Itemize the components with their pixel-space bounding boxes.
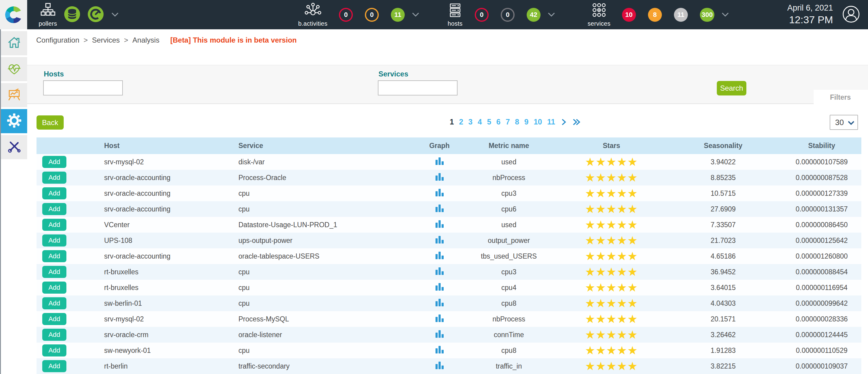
business-activities-status[interactable]: b.activities [298,2,328,27]
status-badge-fill-orange[interactable]: 8 [648,8,662,22]
poller-latency-gauge-icon[interactable] [87,6,104,24]
filter-panel: Hosts Services Search [27,65,868,104]
pagination-page[interactable]: 4 [478,117,482,126]
table-row: Addsrv-mysql-02disk-/varused★★★★★3.94022… [36,154,861,170]
graph-bars-icon[interactable] [435,204,444,212]
graph-bars-icon[interactable] [435,236,444,243]
pollers-chevron-down-icon[interactable] [112,12,119,17]
breadcrumb-link-configuration[interactable]: Configuration [36,36,80,45]
pollers-status[interactable]: pollers [39,2,57,27]
pagination-page[interactable]: 3 [468,117,473,126]
service-cell: cpu [219,264,420,280]
add-button[interactable]: Add [42,156,66,168]
graph-bars-icon[interactable] [435,220,444,228]
graph-bars-icon[interactable] [435,267,444,275]
pagination-page[interactable]: 11 [547,117,555,126]
hosts-chevron-down-icon[interactable] [548,12,555,17]
services-status[interactable]: services [588,2,611,27]
search-button[interactable]: Search [717,81,746,95]
add-button[interactable]: Add [42,360,66,372]
star-rating: ★★★★★ [585,281,638,294]
poller-database-icon[interactable] [64,6,81,24]
services-badges: 10811300 [622,8,715,22]
main-content: Configuration > Services > Analysis [Bet… [27,29,868,374]
pagination-page[interactable]: 7 [505,117,510,126]
breadcrumb-link-services[interactable]: Services [92,36,120,45]
host-cell: VCenter [85,217,219,233]
stability-cell: 0.000000107589 [782,154,861,170]
user-menu[interactable] [842,5,860,25]
back-button[interactable]: Back [36,115,64,130]
graph-bars-icon[interactable] [435,314,444,322]
seasonality-cell: 27.6909 [664,201,782,217]
table-row: Addsrv-mysql-02Process-MySQLnbProcess★★★… [36,311,861,327]
stars-cell: ★★★★★ [559,170,664,185]
graph-bars-icon[interactable] [435,283,444,291]
add-button[interactable]: Add [42,344,66,356]
add-button[interactable]: Add [42,282,66,294]
add-button[interactable]: Add [42,187,66,199]
page-size-select[interactable]: 30 [830,115,858,130]
stars-cell: ★★★★★ [559,343,664,358]
table-row: Addrt-bruxellescpucpu3★★★★★36.94520.0000… [36,264,861,280]
add-button[interactable]: Add [42,172,66,184]
status-badge-outline-red[interactable]: 0 [475,8,489,22]
last-page-icon[interactable] [572,118,580,126]
pagination-page-current[interactable]: 1 [450,117,454,126]
status-badge-fill-green[interactable]: 42 [527,8,540,22]
business-activities-chevron-down-icon[interactable] [412,12,419,17]
status-badge-outline-red[interactable]: 0 [339,8,353,22]
services-filter-input[interactable] [378,80,458,95]
graph-bars-icon[interactable] [435,173,444,181]
sidebar-item-administration[interactable] [1,135,27,159]
status-badge-fill-green[interactable]: 11 [391,8,405,22]
add-button[interactable]: Add [42,313,66,325]
pagination-page[interactable]: 6 [496,117,501,126]
pagination-page[interactable]: 9 [524,117,528,126]
sidebar-item-home[interactable] [1,31,27,55]
add-button[interactable]: Add [42,219,66,231]
status-badge-fill-gray[interactable]: 11 [674,8,688,22]
status-badge-fill-red[interactable]: 10 [622,8,636,22]
add-button[interactable]: Add [42,234,66,247]
graph-bars-icon[interactable] [435,251,444,259]
services-label: services [588,20,611,27]
add-button[interactable]: Add [42,329,66,341]
graph-bars-icon[interactable] [435,361,444,369]
action-cell: Add [36,248,85,264]
graph-bars-icon[interactable] [435,189,444,196]
sidebar-item-monitoring[interactable] [1,57,27,81]
add-button[interactable]: Add [42,250,66,262]
stability-cell: 0.000000124445 [782,327,861,343]
hosts-filter-input[interactable] [43,80,123,95]
graph-bars-icon[interactable] [435,346,444,353]
metric-cell: connTime [459,327,559,343]
pagination-page[interactable]: 10 [534,117,542,126]
action-cell: Add [36,185,85,201]
add-button[interactable]: Add [42,266,66,278]
graph-bars-icon[interactable] [435,330,444,338]
services-chevron-down-icon[interactable] [722,12,729,17]
sidebar-item-reporting[interactable] [1,83,27,107]
sidebar-item-configuration[interactable] [1,109,27,133]
filters-panel-toggle[interactable]: Filters [814,90,868,105]
pagination-page[interactable]: 2 [459,117,463,126]
hosts-status[interactable]: hosts [447,2,463,27]
status-badge-fill-green[interactable]: 300 [700,8,715,22]
pagination-page[interactable]: 5 [487,117,491,126]
host-cell: srv-mysql-02 [85,311,219,327]
add-button[interactable]: Add [42,203,66,215]
pagination-page[interactable]: 8 [515,117,519,126]
centreon-logo[interactable] [0,0,27,29]
graph-bars-icon[interactable] [435,298,444,306]
status-badge-outline-orange[interactable]: 0 [365,8,379,22]
action-cell: Add [36,154,85,170]
gear-icon [7,113,22,129]
breadcrumb-link-analysis[interactable]: Analysis [132,36,159,45]
tools-icon [7,139,22,155]
status-badge-outline-gray[interactable]: 0 [501,8,515,22]
graph-bars-icon[interactable] [435,157,444,165]
add-button[interactable]: Add [42,297,66,309]
next-page-icon[interactable] [561,118,566,126]
host-cell: sw-newyork-01 [85,343,219,358]
